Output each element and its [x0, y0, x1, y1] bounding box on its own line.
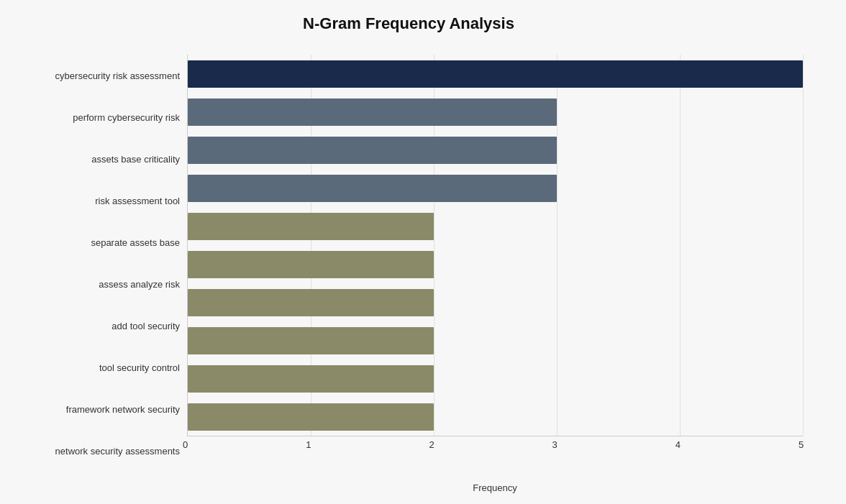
bar: [188, 213, 434, 240]
bar-row: [188, 322, 803, 359]
bar-row: [188, 398, 803, 436]
bar-row: [188, 208, 803, 245]
y-label: separate assets base: [14, 224, 180, 261]
bar-row: [188, 132, 803, 169]
x-tick: 0: [183, 439, 188, 450]
chart-area: cybersecurity risk assessmentperform cyb…: [14, 55, 803, 472]
bars-area: [187, 55, 803, 436]
bar: [188, 403, 434, 431]
x-tick-label: 4: [676, 439, 681, 450]
bar-row: [188, 360, 803, 398]
grid-line: [803, 55, 804, 436]
y-label: network security assessments: [14, 432, 180, 469]
bar-row: [188, 246, 803, 283]
x-tick-label: 3: [552, 439, 558, 450]
bar: [188, 175, 557, 202]
bars-and-xaxis: Frequency 012345: [187, 55, 803, 472]
x-tick: 2: [429, 439, 434, 450]
bar: [188, 365, 434, 393]
x-tick-label: 5: [799, 439, 804, 450]
bar: [188, 137, 557, 164]
chart-container: N-Gram Frequency Analysis cybersecurity …: [0, 0, 846, 504]
y-label: assess analyze risk: [14, 265, 180, 303]
x-tick-label: 1: [306, 439, 311, 450]
x-axis-title: Frequency: [473, 482, 517, 493]
x-tick: 5: [799, 439, 804, 450]
x-tick-label: 2: [429, 439, 434, 450]
bar-row: [188, 55, 803, 93]
y-label: assets base criticality: [14, 140, 180, 178]
x-axis: Frequency 012345: [187, 436, 803, 472]
y-axis: cybersecurity risk assessmentperform cyb…: [14, 55, 187, 472]
bar: [188, 60, 803, 88]
bar: [188, 251, 434, 278]
bar-row: [188, 170, 803, 207]
y-label: cybersecurity risk assessment: [14, 57, 180, 94]
y-label: risk assessment tool: [14, 182, 180, 219]
bar-row: [188, 284, 803, 321]
x-tick: 4: [676, 439, 681, 450]
y-label: tool security control: [14, 349, 180, 386]
bar: [188, 327, 434, 354]
x-tick: 3: [552, 439, 558, 450]
y-label: perform cybersecurity risk: [14, 98, 180, 136]
y-label: framework network security: [14, 390, 180, 428]
chart-title: N-Gram Frequency Analysis: [14, 14, 803, 33]
x-tick-label: 0: [183, 439, 188, 450]
bar-row: [188, 93, 803, 131]
bar: [188, 98, 557, 126]
bar: [188, 289, 434, 316]
x-tick: 1: [306, 439, 311, 450]
y-label: add tool security: [14, 307, 180, 344]
